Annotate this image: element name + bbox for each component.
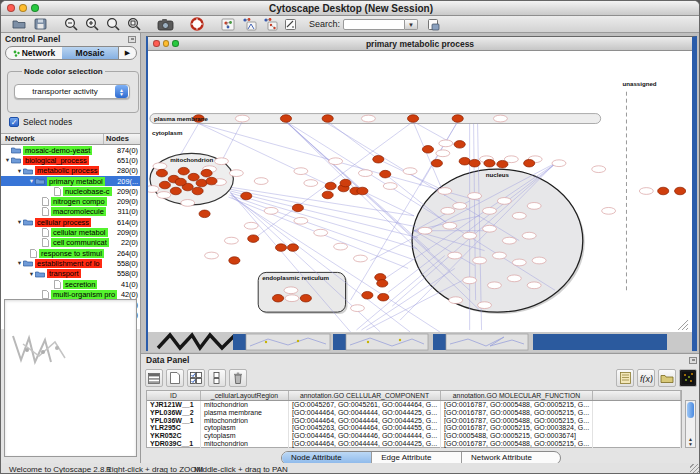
minimized-frame-tab[interactable] [533,334,667,350]
table-cell[interactable] [593,432,681,440]
select-attributes-icon[interactable] [187,369,205,387]
table-cell[interactable] [593,401,681,409]
network-edge[interactable] [251,122,413,241]
canvas-resize-grip[interactable] [686,328,688,330]
tree-row[interactable]: macromolecule311(0) [1,207,140,217]
table-cell[interactable]: [GO:0044464, GO:0044444, GO:0044425, G..… [289,417,441,425]
tree-row[interactable]: ▼biological_process651(0) [1,155,140,165]
network-view-titlebar[interactable]: primary metabolic process [148,37,692,51]
unselect-attributes-icon[interactable] [208,369,226,387]
network-node[interactable] [407,115,418,123]
node-label-ellipse[interactable] [157,192,171,199]
create-view-icon[interactable] [217,17,238,32]
table-cell[interactable]: [GO:0044464, GO:0044444, GO:0044425, G..… [289,440,441,448]
network-node[interactable] [497,160,508,168]
node-label-ellipse[interactable] [512,212,526,219]
tree-expand-arrow[interactable]: ▼ [28,178,35,184]
tree-item-label[interactable]: macromolecule [51,207,106,216]
table-cell[interactable]: mitochondrion [201,440,289,448]
tree-row[interactable]: cellular metabol209(0) [1,227,140,237]
node-label-ellipse[interactable] [314,229,328,236]
node-label-ellipse[interactable] [254,178,268,185]
zoom-selected-icon[interactable] [124,17,145,32]
network-node[interactable] [524,159,535,167]
table-cell[interactable]: YPL036W__1 [147,417,201,425]
save-session-icon[interactable] [30,17,51,32]
table-cell[interactable]: plasma membrane [201,409,289,417]
network-node[interactable] [156,169,167,177]
tree-expand-arrow[interactable]: ▼ [28,271,35,277]
table-cell[interactable]: YKR052C [147,432,201,440]
node-label-ellipse[interactable] [492,252,506,259]
table-cell[interactable]: [GO:0016787, GO:0005215, GO:0003824, G..… [441,424,593,432]
open-file-icon[interactable] [9,17,30,32]
table-cell[interactable]: [GO:0016787, GO:0005488, GO:0005215, G..… [441,417,593,425]
network-edge[interactable] [328,122,379,160]
delete-attribute-trash-icon[interactable] [229,369,247,387]
tree-item-label[interactable]: mosaic-demo-yeast [23,146,92,155]
network-node[interactable] [322,191,333,199]
help-lifesaver-icon[interactable] [186,17,207,32]
search-dropdown-arrow[interactable]: ▼ [405,19,418,30]
network-node[interactable] [188,173,199,181]
node-label-ellipse[interactable] [285,295,299,302]
node-color-dropdown[interactable]: transporter activity ▲▼ [14,84,130,99]
annotation-icon[interactable] [280,17,301,32]
network-node[interactable] [373,155,384,163]
node-label-ellipse[interactable] [502,237,516,244]
zoom-out-icon[interactable] [61,17,82,32]
table-cell[interactable]: mitochondrion [201,417,289,425]
window-resize-grip[interactable] [690,464,700,474]
tree-item-label[interactable]: establishment of lo [35,259,102,268]
tree-row[interactable]: ▼metabolic process280(0) [1,166,140,176]
node-label-ellipse[interactable] [602,207,616,214]
node-label-ellipse[interactable] [507,275,521,282]
tree-row[interactable]: secretion41(0) [1,279,140,289]
apply-vizmap-icon[interactable] [238,17,259,32]
tree-item-label[interactable]: cellular process [35,218,91,227]
network-node[interactable] [229,257,240,265]
network-node[interactable] [248,235,259,243]
network-node[interactable] [484,159,495,167]
tree-row[interactable]: cell communicat22(0) [1,238,140,248]
table-column-header[interactable]: ID [147,391,201,400]
tree-expand-arrow[interactable]: ▼ [16,219,23,225]
network-node[interactable] [192,187,203,195]
node-label-ellipse[interactable] [215,158,229,165]
tab-network[interactable]: Network [6,47,62,59]
node-label-ellipse[interactable] [284,287,298,294]
network-node[interactable] [241,192,252,200]
node-label-ellipse[interactable] [304,180,318,187]
scrollbar-thumb[interactable] [687,402,694,418]
node-label-ellipse[interactable] [473,257,487,264]
table-column-header[interactable]: _cellularLayoutRegion [201,391,289,400]
table-row[interactable]: YKR052Ccytoplasm[GO:0044464, GO:0044446,… [147,432,681,440]
network-node[interactable] [175,178,186,186]
float-panel-icon[interactable] [128,36,136,43]
table-cell[interactable]: YPL036W__2 [147,409,201,417]
table-row[interactable]: YPL036W__2plasma membrane[GO:0044464, GO… [147,409,681,417]
select-nodes-checkbox[interactable]: ✓ [9,117,19,127]
node-label-ellipse[interactable] [512,259,526,266]
table-cell[interactable]: [GO:0016787, GO:0005488, GO:0005215, G..… [441,401,593,409]
network-node[interactable] [431,159,442,167]
node-label-ellipse[interactable] [353,255,367,262]
node-label-ellipse[interactable] [449,297,463,304]
tree-item-label[interactable]: metabolic process [35,166,99,175]
tree-item-label[interactable]: cell communicat [51,238,109,247]
node-label-ellipse[interactable] [329,158,343,165]
node-label-ellipse[interactable] [522,232,536,239]
network-node[interactable] [201,169,212,177]
tree-item-label[interactable]: response to stimul [39,249,104,258]
network-node[interactable] [675,187,686,195]
table-cell[interactable]: [GO:0044464, GO:0044444, GO:0044425, G..… [289,409,441,417]
node-label-ellipse[interactable] [439,140,453,147]
node-label-ellipse[interactable] [244,222,258,229]
tree-item-label[interactable]: nitrogen compo [51,197,107,206]
network-node[interactable] [452,115,463,123]
node-label-ellipse[interactable] [468,193,482,200]
attribute-modify-icon[interactable] [423,17,444,32]
node-label-ellipse[interactable] [552,160,566,167]
tree-expand-arrow[interactable]: ▼ [16,168,23,174]
network-node[interactable] [658,187,669,195]
